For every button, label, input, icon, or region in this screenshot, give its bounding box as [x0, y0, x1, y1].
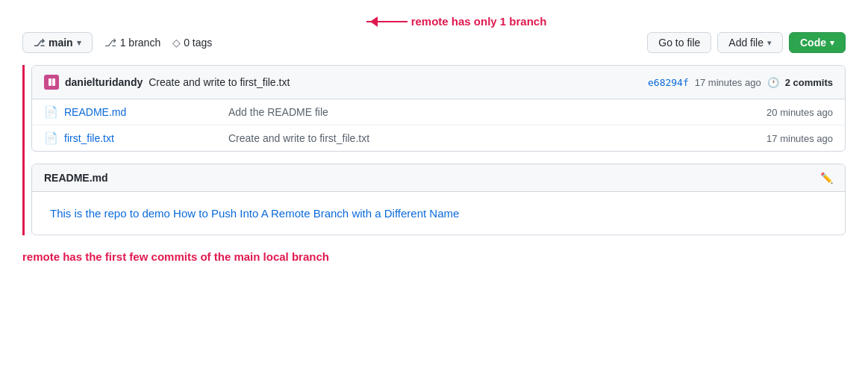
annotation-bottom: remote has the first few commits of the … — [22, 250, 846, 263]
branch-selector-button[interactable]: ⎇ main ▾ — [22, 32, 93, 53]
table-row: 📄 first_file.txt Create and write to fir… — [32, 126, 845, 151]
code-button[interactable]: Code ▾ — [789, 32, 846, 53]
branch-count-icon: ⎇ — [104, 37, 116, 49]
readme-header: README.md ✏️ — [32, 164, 845, 192]
goto-file-button[interactable]: Go to file — [647, 32, 711, 53]
commit-header: danielturidandy Create and write to firs… — [32, 66, 845, 99]
tag-count[interactable]: ◇ 0 tags — [172, 37, 212, 49]
file-icon-readme: 📄 — [44, 105, 58, 119]
branch-icon: ⎇ — [34, 37, 45, 49]
left-border-section: danielturidandy Create and write to firs… — [22, 65, 846, 235]
commit-hash[interactable]: e68294f — [648, 77, 689, 88]
edit-icon[interactable]: ✏️ — [820, 172, 833, 184]
chevron-down-icon: ▾ — [77, 38, 81, 48]
readme-card: README.md ✏️ This is the repo to demo Ho… — [31, 164, 846, 235]
readme-title: README.md — [44, 172, 108, 184]
branch-count[interactable]: ⎇ 1 branch — [104, 37, 160, 49]
commit-message: Create and write to first_file.txt — [149, 76, 290, 88]
file-name-readme[interactable]: README.md — [64, 106, 213, 118]
file-time-first: 17 minutes ago — [766, 133, 833, 144]
chevron-down-icon-addfile: ▾ — [767, 38, 772, 48]
commit-header-left: danielturidandy Create and write to firs… — [44, 75, 290, 90]
file-name-first[interactable]: first_file.txt — [64, 132, 213, 144]
annotation-bottom-label: remote has the first few commits of the … — [22, 250, 329, 263]
file-list: 📄 README.md Add the README file 20 minut… — [32, 99, 845, 151]
file-commit-msg-readme: Add the README file — [228, 106, 766, 118]
commits-link[interactable]: 2 commits — [785, 77, 833, 88]
commit-username[interactable]: danielturidandy — [65, 76, 143, 88]
goto-file-label: Go to file — [658, 37, 700, 49]
commits-count: 2 commits — [785, 77, 833, 88]
branch-count-label: 1 branch — [120, 37, 160, 49]
commit-time: 17 minutes ago — [695, 77, 761, 88]
toolbar-right: Go to file Add file ▾ Code ▾ — [647, 32, 846, 53]
clock-icon: 🕐 — [767, 77, 779, 88]
branch-selector-label: main — [49, 37, 73, 49]
chevron-down-icon-code: ▾ — [830, 38, 834, 48]
avatar — [44, 75, 59, 90]
toolbar: ⎇ main ▾ ⎇ 1 branch ◇ 0 tags Go to file … — [22, 32, 846, 53]
toolbar-left: ⎇ main ▾ ⎇ 1 branch ◇ 0 tags — [22, 32, 212, 53]
code-label: Code — [800, 37, 826, 49]
readme-content: This is the repo to demo How to Push Int… — [50, 207, 827, 220]
annotation-top-label: remote has only 1 branch — [411, 15, 547, 28]
add-file-button[interactable]: Add file ▾ — [717, 32, 783, 53]
file-commit-msg-first: Create and write to first_file.txt — [228, 132, 766, 144]
tag-icon: ◇ — [172, 37, 181, 49]
file-time-readme: 20 minutes ago — [766, 107, 833, 118]
file-icon-first: 📄 — [44, 131, 58, 145]
add-file-label: Add file — [728, 37, 764, 49]
repo-card: danielturidandy Create and write to firs… — [31, 65, 846, 152]
readme-body: This is the repo to demo How to Push Int… — [32, 192, 845, 235]
tag-count-label: 0 tags — [184, 37, 212, 49]
annotation-top: remote has only 1 branch — [112, 15, 846, 28]
commit-header-right: e68294f 17 minutes ago 🕐 2 commits — [648, 77, 833, 88]
table-row: 📄 README.md Add the README file 20 minut… — [32, 99, 845, 126]
